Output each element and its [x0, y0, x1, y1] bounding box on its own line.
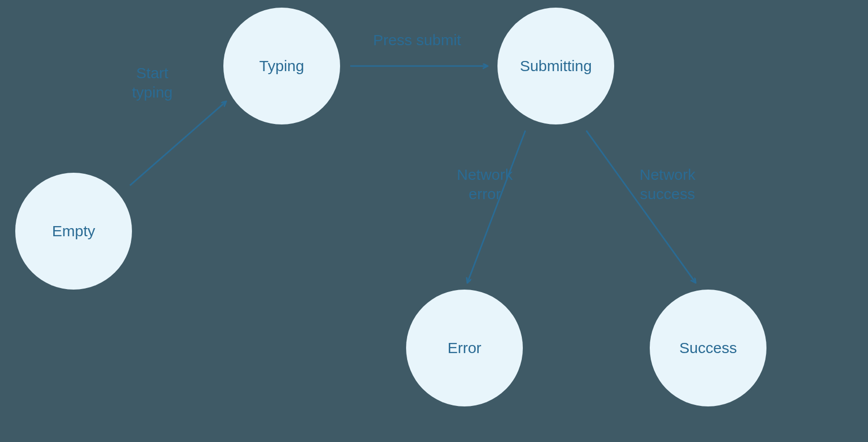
state-node-empty: Empty — [15, 173, 132, 290]
state-label: Typing — [259, 57, 304, 75]
state-node-success: Success — [650, 290, 766, 406]
state-diagram: Empty Typing Submitting Error Success St… — [0, 0, 868, 442]
edge-network-error — [468, 131, 525, 282]
state-label: Submitting — [520, 57, 592, 75]
edge-label-network-error: Network error — [457, 165, 513, 203]
edge-start-typing — [130, 102, 226, 185]
state-label: Error — [448, 339, 482, 357]
state-label: Empty — [52, 223, 95, 240]
state-node-error: Error — [406, 290, 523, 406]
edge-label-network-success: Network success — [640, 165, 695, 203]
state-node-typing: Typing — [223, 8, 340, 124]
edge-label-press-submit: Press submit — [373, 30, 461, 50]
state-label: Success — [679, 339, 737, 357]
edge-network-success — [586, 131, 695, 282]
edge-label-start-typing: Start typing — [132, 64, 173, 102]
state-node-submitting: Submitting — [497, 8, 614, 124]
